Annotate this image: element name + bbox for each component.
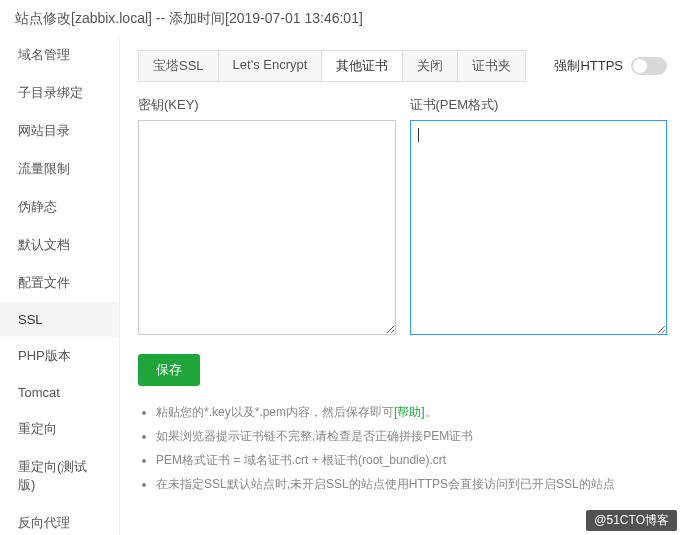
tab-label: 关闭	[417, 58, 443, 73]
dialog-title: 站点修改[zabbix.local] -- 添加时间[2019-07-01 13…	[0, 0, 685, 36]
tab-label: 其他证书	[336, 58, 388, 73]
save-button[interactable]: 保存	[138, 354, 200, 386]
tab-label: 证书夹	[472, 58, 511, 73]
tab-lets-encrypt[interactable]: Let's Encrypt	[219, 51, 323, 81]
tab-close[interactable]: 关闭	[403, 51, 458, 81]
dialog-title-text: 站点修改[zabbix.local] -- 添加时间[2019-07-01 13…	[15, 10, 363, 26]
sidebar-item-label: 网站目录	[18, 123, 70, 138]
notes-list: 粘贴您的*.key以及*.pem内容，然后保存即可[帮助]。 如果浏览器提示证书…	[138, 400, 667, 496]
sidebar-item-rewrite[interactable]: 伪静态	[0, 188, 119, 226]
sidebar-item-label: 反向代理	[18, 515, 70, 530]
sidebar-item-traffic[interactable]: 流量限制	[0, 150, 119, 188]
ssl-tabs-row: 宝塔SSL Let's Encrypt 其他证书 关闭 证书夹 强制HTTPS	[138, 50, 667, 82]
note-text: PEM格式证书 = 域名证书.crt + 根证书(root_bundle).cr…	[156, 453, 446, 467]
cert-column: 证书(PEM格式)	[410, 96, 668, 338]
force-https-toggle[interactable]	[631, 57, 667, 75]
sidebar-item-php[interactable]: PHP版本	[0, 337, 119, 375]
sidebar-item-label: SSL	[18, 312, 43, 327]
ssl-tabs: 宝塔SSL Let's Encrypt 其他证书 关闭 证书夹	[138, 50, 526, 82]
sidebar-item-sitedir[interactable]: 网站目录	[0, 112, 119, 150]
text-cursor-icon	[418, 128, 419, 142]
tab-baota-ssl[interactable]: 宝塔SSL	[139, 51, 219, 81]
sidebar-item-label: 伪静态	[18, 199, 57, 214]
ssl-panel: 宝塔SSL Let's Encrypt 其他证书 关闭 证书夹 强制HTTPS …	[120, 36, 685, 535]
sidebar-item-label: 子目录绑定	[18, 85, 83, 100]
cert-label: 证书(PEM格式)	[410, 96, 668, 114]
force-https-wrap: 强制HTTPS	[554, 57, 667, 75]
sidebar-item-label: 域名管理	[18, 47, 70, 62]
tab-cert-folder[interactable]: 证书夹	[458, 51, 525, 81]
tab-other-cert[interactable]: 其他证书	[322, 51, 403, 81]
sidebar: 域名管理 子目录绑定 网站目录 流量限制 伪静态 默认文档 配置文件 SSL P…	[0, 36, 120, 535]
sidebar-item-label: Tomcat	[18, 385, 60, 400]
note-item: PEM格式证书 = 域名证书.crt + 根证书(root_bundle).cr…	[156, 448, 667, 472]
sidebar-item-ssl[interactable]: SSL	[0, 302, 119, 337]
sidebar-item-defaultdoc[interactable]: 默认文档	[0, 226, 119, 264]
sidebar-item-label: 配置文件	[18, 275, 70, 290]
note-text-suffix: 。	[425, 405, 437, 419]
note-item: 粘贴您的*.key以及*.pem内容，然后保存即可[帮助]。	[156, 400, 667, 424]
sidebar-item-domain[interactable]: 域名管理	[0, 36, 119, 74]
note-item: 如果浏览器提示证书链不完整,请检查是否正确拼接PEM证书	[156, 424, 667, 448]
key-input[interactable]	[138, 120, 396, 335]
note-text: 在未指定SSL默认站点时,未开启SSL的站点使用HTTPS会直接访问到已开启SS…	[156, 477, 615, 491]
sidebar-item-redirect-beta[interactable]: 重定向(测试版)	[0, 448, 119, 504]
force-https-label: 强制HTTPS	[554, 57, 623, 75]
sidebar-item-config[interactable]: 配置文件	[0, 264, 119, 302]
sidebar-item-label: 默认文档	[18, 237, 70, 252]
help-link[interactable]: [帮助]	[394, 405, 425, 419]
tab-label: 宝塔SSL	[153, 58, 204, 73]
note-text: 如果浏览器提示证书链不完整,请检查是否正确拼接PEM证书	[156, 429, 473, 443]
watermark: @51CTO博客	[586, 510, 677, 531]
watermark-text: @51CTO博客	[594, 513, 669, 527]
sidebar-item-label: 流量限制	[18, 161, 70, 176]
cert-input[interactable]	[410, 120, 668, 335]
dialog-body: 域名管理 子目录绑定 网站目录 流量限制 伪静态 默认文档 配置文件 SSL P…	[0, 36, 685, 535]
sidebar-item-label: 重定向(测试版)	[18, 459, 87, 492]
sidebar-item-tomcat[interactable]: Tomcat	[0, 375, 119, 410]
sidebar-item-reverse-proxy[interactable]: 反向代理	[0, 504, 119, 535]
sidebar-item-label: 重定向	[18, 421, 57, 436]
cert-fields-row: 密钥(KEY) 证书(PEM格式)	[138, 96, 667, 338]
key-column: 密钥(KEY)	[138, 96, 396, 338]
note-text: 粘贴您的*.key以及*.pem内容，然后保存即可	[156, 405, 394, 419]
note-item: 在未指定SSL默认站点时,未开启SSL的站点使用HTTPS会直接访问到已开启SS…	[156, 472, 667, 496]
save-button-label: 保存	[156, 362, 182, 377]
tab-label: Let's Encrypt	[233, 57, 308, 72]
key-label: 密钥(KEY)	[138, 96, 396, 114]
sidebar-item-redirect[interactable]: 重定向	[0, 410, 119, 448]
sidebar-item-subdir[interactable]: 子目录绑定	[0, 74, 119, 112]
sidebar-item-label: PHP版本	[18, 348, 71, 363]
